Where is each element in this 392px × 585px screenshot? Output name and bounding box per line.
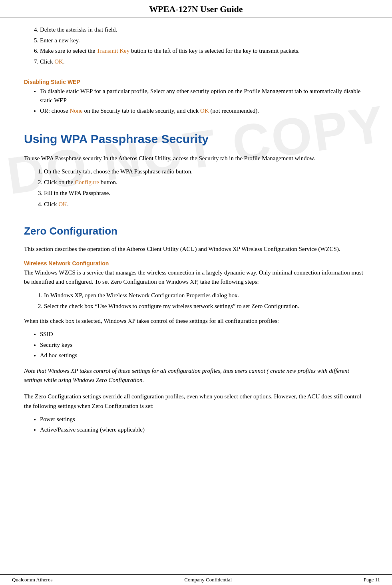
step7-text-after: . — [63, 58, 65, 65]
step7-text-before: Click — [40, 58, 54, 65]
step4-text: Delete the asterisks in that field. — [40, 26, 117, 33]
wpa-section: Using WPA Passphrase Security To use WPA… — [24, 132, 368, 209]
list-item: Delete the asterisks in that field. — [40, 25, 368, 34]
zero-config-intro: This section describes the operation of … — [24, 245, 368, 254]
list-item: Active/Passive scanning (where applicabl… — [40, 425, 368, 434]
disabling-wep-bullets: To disable static WEP for a particular p… — [40, 87, 368, 115]
zero-config-steps-list: In Windows XP, open the Wireless Network… — [44, 291, 368, 311]
ok-link-3: OK — [58, 201, 67, 207]
list-item: Ad hoc settings — [40, 351, 368, 360]
zero-config-section: Zero Configuration This section describe… — [24, 225, 368, 434]
bullet2-text-mid: on the Security tab to disable security,… — [83, 107, 200, 114]
content-area: Delete the asterisks in that field. Ente… — [0, 18, 392, 534]
step6-text-after: button to the left of this key is select… — [129, 48, 300, 54]
note-text: Note that Windows XP takes control of th… — [24, 366, 368, 385]
disabling-wep-heading: Disabling Static WEP — [24, 79, 368, 85]
zc-step1-text: In Windows XP, open the Wireless Network… — [44, 292, 239, 298]
list-item: Power settings — [40, 415, 368, 424]
list-item: Fill in the WPA Passphrase. — [44, 189, 368, 198]
list-item: Click on the Configure button. — [44, 178, 368, 187]
footer-center: Company Confidential — [184, 577, 232, 583]
ok-link-2: OK — [200, 107, 209, 114]
zc-step2-text: Select the check box “Use Windows to con… — [44, 303, 299, 309]
zero-config-body3: The Zero Configuration settings override… — [24, 392, 368, 411]
list-item: Click OK. — [44, 200, 368, 209]
list-item: SSID — [40, 330, 368, 339]
wireless-network-config-subsection: Wireless Network Configuration The Windo… — [24, 260, 368, 434]
zero-config-bullets2: Power settings Active/Passive scanning (… — [40, 415, 368, 434]
list-item: In Windows XP, open the Wireless Network… — [44, 291, 368, 300]
footer-left: Qualcomm Atheros — [12, 577, 52, 583]
bullet-ssid: SSID — [40, 331, 53, 337]
bullet-scanning: Active/Passive scanning (where applicabl… — [40, 426, 145, 433]
bullet-security-keys: Security keys — [40, 342, 72, 348]
wpa-step1-text: On the Security tab, choose the WPA Pass… — [44, 168, 193, 175]
wpa-step3-text: Fill in the WPA Passphrase. — [44, 190, 110, 196]
bullet-power: Power settings — [40, 416, 75, 422]
configure-link: Configure — [75, 179, 99, 185]
wpa-intro: To use WPA Passphrase security In the At… — [24, 154, 368, 163]
none-link: None — [70, 107, 83, 114]
list-item: Make sure to select the Transmit Key but… — [40, 46, 368, 56]
wpa-step4-text-before: Click — [44, 201, 58, 207]
ok-link-1: OK — [54, 58, 63, 65]
step6-text-before: Make sure to select the — [40, 48, 97, 54]
wpa-step4-text-after: . — [67, 201, 69, 207]
list-item: Click OK. — [40, 57, 368, 66]
list-item: Enter a new key. — [40, 36, 368, 45]
page-wrapper: WPEA-127N User Guide DO NOT COPY Delete … — [0, 0, 392, 585]
zero-config-bullets: SSID Security keys Ad hoc settings — [40, 330, 368, 360]
page-header: WPEA-127N User Guide — [0, 0, 392, 18]
step5-text: Enter a new key. — [40, 37, 80, 44]
list-item: OR: choose None on the Security tab to d… — [40, 106, 368, 115]
wpa-step2-text-after: button. — [99, 179, 117, 185]
bullet-adhoc: Ad hoc settings — [40, 352, 77, 358]
page-footer: Qualcomm Atheros Company Confidential Pa… — [0, 574, 392, 585]
page-title: WPEA-127N User Guide — [0, 4, 392, 14]
bullet2-text-after: (not recommended). — [209, 107, 259, 114]
list-item: On the Security tab, choose the WPA Pass… — [44, 167, 368, 176]
wpa-heading: Using WPA Passphrase Security — [24, 132, 368, 146]
wireless-network-body2: When this check box is selected, Windows… — [24, 316, 368, 326]
footer-right: Page 11 — [364, 577, 380, 583]
zero-config-heading: Zero Configuration — [24, 225, 368, 237]
bullet2-text-before: OR: choose — [40, 107, 70, 114]
disabling-static-wep-section: Disabling Static WEP To disable static W… — [24, 79, 368, 115]
wpa-step2-text-before: Click on the — [44, 179, 75, 185]
transmit-key-link: Transmit Key — [97, 48, 129, 54]
list-item: Select the check box “Use Windows to con… — [44, 302, 368, 311]
bullet1-text: To disable static WEP for a particular p… — [40, 88, 360, 103]
list-item: To disable static WEP for a particular p… — [40, 87, 368, 105]
intro-steps-list: Delete the asterisks in that field. Ente… — [40, 25, 368, 66]
wpa-steps-list: On the Security tab, choose the WPA Pass… — [44, 167, 368, 209]
wireless-network-config-heading: Wireless Network Configuration — [24, 260, 368, 267]
wireless-network-body1: The Windows WZCS is a service that manag… — [24, 268, 368, 287]
list-item: Security keys — [40, 340, 368, 350]
